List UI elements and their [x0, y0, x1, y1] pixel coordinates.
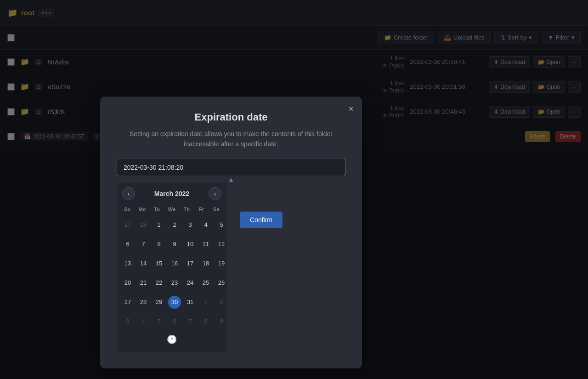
expiration-date-input[interactable]	[117, 159, 345, 176]
calendar-day[interactable]: 25	[198, 274, 213, 292]
calendar: ‹ March 2022 › Su Mo Tu We Th Fr Sa 27 2…	[117, 183, 227, 352]
calendar-day[interactable]: 7	[183, 312, 198, 331]
weekday-fr: Fr	[194, 205, 208, 214]
calendar-day-selected[interactable]: 30	[167, 293, 182, 311]
modal-description: Setting an expiration date allows you to…	[117, 129, 345, 149]
calendar-day[interactable]: 11	[198, 235, 213, 253]
calendar-day[interactable]: 2	[214, 293, 227, 311]
weekday-th: Th	[180, 205, 193, 214]
calendar-day[interactable]: 22	[152, 274, 166, 292]
calendar-day[interactable]: 16	[167, 254, 182, 273]
calendar-day[interactable]: 6	[167, 312, 182, 331]
time-icon[interactable]: 🕐	[120, 331, 223, 348]
calendar-day[interactable]: 26	[214, 274, 227, 292]
calendar-day[interactable]: 4	[136, 312, 151, 331]
calendar-day[interactable]: 18	[198, 254, 213, 273]
calendar-day[interactable]: 2	[167, 216, 182, 234]
weekday-su: Su	[120, 205, 134, 214]
calendar-day[interactable]: 12	[214, 235, 227, 253]
calendar-day[interactable]: 27	[120, 293, 135, 311]
calendar-day[interactable]: 13	[120, 254, 135, 273]
calendar-day[interactable]: 14	[136, 254, 151, 273]
calendar-day[interactable]: 10	[183, 235, 198, 253]
calendar-day[interactable]: 23	[167, 274, 182, 292]
calendar-day[interactable]: 8	[152, 235, 166, 253]
calendar-day[interactable]: 31	[183, 293, 198, 311]
weekday-we: We	[165, 205, 179, 214]
close-button[interactable]: ×	[348, 104, 354, 113]
calendar-day[interactable]: 15	[152, 254, 166, 273]
calendar-day[interactable]: 1	[198, 293, 213, 311]
calendar-day[interactable]: 28	[136, 216, 151, 234]
weekday-tu: Tu	[150, 205, 164, 214]
calendar-day[interactable]: 3	[120, 312, 135, 331]
weekday-sa: Sa	[209, 205, 223, 214]
calendar-month-year: March 2022	[154, 190, 189, 197]
calendar-day[interactable]: 20	[120, 274, 135, 292]
input-arrow-icon: ▲	[117, 176, 345, 183]
expiration-date-modal: × Expiration date Setting an expiration …	[100, 97, 362, 368]
confirm-button[interactable]: Confirm	[240, 212, 283, 228]
calendar-day[interactable]: 29	[152, 293, 166, 311]
calendar-day[interactable]: 1	[152, 216, 166, 234]
calendar-day[interactable]: 17	[183, 254, 198, 273]
calendar-weekdays: Su Mo Tu We Th Fr Sa	[120, 205, 223, 214]
calendar-day[interactable]: 7	[136, 235, 151, 253]
calendar-day[interactable]: 24	[183, 274, 198, 292]
calendar-day[interactable]: 19	[214, 254, 227, 273]
next-month-button[interactable]: ›	[209, 187, 221, 200]
calendar-days: 27 28 1 2 3 4 5 6 7 8 9 10 11 12 13 14 1…	[120, 216, 223, 331]
calendar-day[interactable]: 5	[214, 216, 227, 234]
weekday-mo: Mo	[135, 205, 149, 214]
modal-title: Expiration date	[117, 111, 345, 123]
calendar-day[interactable]: 5	[152, 312, 166, 331]
calendar-day[interactable]: 21	[136, 274, 151, 292]
calendar-grid: Su Mo Tu We Th Fr Sa 27 28 1 2 3 4 5 6 7	[117, 205, 227, 352]
calendar-day[interactable]: 28	[136, 293, 151, 311]
calendar-day[interactable]: 4	[198, 216, 213, 234]
calendar-day[interactable]: 9	[167, 235, 182, 253]
calendar-day[interactable]: 8	[198, 312, 213, 331]
calendar-day[interactable]: 3	[183, 216, 198, 234]
calendar-day[interactable]: 9	[214, 312, 227, 331]
prev-month-button[interactable]: ‹	[122, 187, 135, 200]
calendar-day[interactable]: 27	[120, 216, 135, 234]
calendar-day[interactable]: 6	[120, 235, 135, 253]
calendar-header: ‹ March 2022 ›	[117, 183, 227, 205]
